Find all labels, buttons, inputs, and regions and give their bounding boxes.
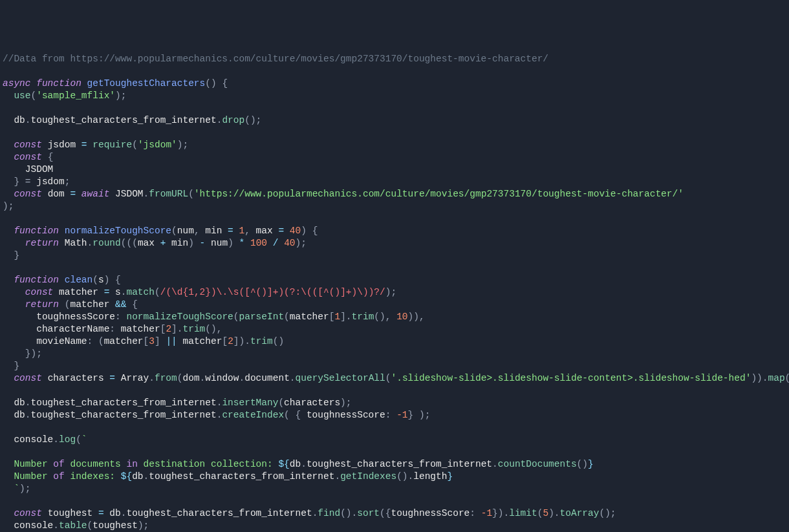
function-decl: clean bbox=[65, 275, 93, 285]
template-open: ` bbox=[81, 434, 87, 445]
keyword: async bbox=[3, 78, 31, 89]
keyword: const bbox=[14, 152, 42, 162]
identifier: s bbox=[115, 287, 121, 297]
function-call: use bbox=[14, 90, 30, 101]
identifier: matcher bbox=[183, 336, 222, 346]
keyword: const bbox=[14, 508, 42, 518]
keyword: const bbox=[14, 189, 42, 199]
property: characterName bbox=[36, 324, 109, 334]
keyword: function bbox=[14, 275, 59, 285]
number: 10 bbox=[396, 312, 407, 322]
identifier: Array bbox=[121, 373, 149, 383]
interp-close: } bbox=[447, 471, 453, 482]
keyword: return bbox=[25, 238, 59, 248]
property: toughest_characters_from_internet bbox=[31, 115, 217, 125]
interp-close: } bbox=[588, 459, 594, 469]
property: document bbox=[244, 373, 290, 383]
function-call: parseInt bbox=[239, 312, 284, 322]
keyword: const bbox=[14, 140, 42, 150]
keyword: await bbox=[81, 189, 110, 199]
number: 3 bbox=[149, 336, 155, 346]
interp-open: ${ bbox=[121, 471, 132, 482]
function-decl: normalizeToughScore bbox=[65, 226, 171, 236]
param: max bbox=[256, 226, 273, 236]
method: round bbox=[92, 238, 121, 248]
method: trim bbox=[250, 336, 273, 346]
method: toArray bbox=[560, 508, 600, 518]
string: 'jsdom' bbox=[138, 140, 177, 150]
number: 2 bbox=[228, 336, 233, 346]
identifier: toughest bbox=[48, 508, 93, 518]
identifier: matcher bbox=[290, 312, 329, 322]
property: toughest_characters_from_internet bbox=[149, 471, 334, 482]
function-call: normalizeToughScore bbox=[126, 312, 233, 322]
param: min bbox=[205, 226, 222, 236]
identifier: num bbox=[211, 238, 228, 248]
template-text: destination collection: bbox=[138, 459, 279, 469]
identifier: characters bbox=[48, 373, 104, 383]
property: length bbox=[413, 471, 447, 482]
method: createIndex bbox=[222, 410, 284, 420]
method: drop bbox=[222, 115, 244, 125]
number: 5 bbox=[543, 508, 548, 518]
method: table bbox=[59, 520, 87, 531]
method: find bbox=[318, 508, 340, 518]
keyword: const bbox=[25, 287, 54, 297]
property: toughest_characters_from_internet bbox=[126, 508, 312, 518]
identifier: db bbox=[14, 115, 25, 125]
identifier: jsdom bbox=[48, 140, 76, 150]
number: 40 bbox=[290, 226, 301, 236]
keyword: function bbox=[14, 226, 59, 236]
template-text: documents bbox=[65, 459, 127, 469]
number: -1 bbox=[481, 508, 492, 518]
identifier: dom bbox=[48, 189, 65, 199]
template-close: ` bbox=[3, 484, 19, 494]
property: toughest_characters_from_internet bbox=[31, 398, 217, 408]
property: movieName bbox=[36, 336, 87, 346]
method: querySelectorAll bbox=[296, 373, 385, 383]
identifier: db bbox=[14, 398, 25, 408]
property: toughnessScore bbox=[391, 508, 470, 518]
keyword: function bbox=[36, 78, 81, 89]
identifier: toughest bbox=[92, 520, 138, 531]
identifier: max bbox=[138, 238, 155, 248]
param: s bbox=[98, 275, 104, 285]
method: fromURL bbox=[149, 189, 188, 199]
identifier: characters bbox=[284, 398, 340, 408]
string: 'sample_mflix' bbox=[36, 90, 115, 101]
method: getIndexes bbox=[340, 471, 396, 482]
regex: /(\d{1,2})\.\s([^()]+)(?:\(([^()]+)\))?/ bbox=[160, 287, 385, 297]
property: toughnessScore bbox=[307, 410, 385, 420]
identifier: jsdom bbox=[36, 176, 65, 187]
comment-line: //Data from https://www.popularmechanics… bbox=[3, 54, 548, 64]
function-decl: getToughestCharacters bbox=[87, 78, 206, 89]
identifier: matcher bbox=[104, 336, 144, 346]
identifier: JSDOM bbox=[115, 189, 144, 199]
property: window bbox=[205, 373, 239, 383]
keyword: of bbox=[53, 471, 64, 482]
number: 1 bbox=[239, 226, 245, 236]
template-text: indexes: bbox=[65, 471, 121, 482]
keyword: return bbox=[25, 299, 59, 310]
identifier: console bbox=[14, 434, 53, 445]
property: toughnessScore bbox=[36, 312, 115, 322]
number: 1 bbox=[334, 312, 340, 322]
method: from bbox=[155, 373, 177, 383]
identifier: dom bbox=[182, 373, 199, 383]
method: trim bbox=[352, 312, 374, 322]
interp-open: ${ bbox=[278, 459, 289, 469]
method: countDocuments bbox=[498, 459, 577, 469]
param: num bbox=[177, 226, 194, 236]
identifier: matcher bbox=[70, 299, 109, 310]
method: sort bbox=[357, 508, 380, 518]
identifier: matcher bbox=[59, 287, 98, 297]
identifier: Math bbox=[65, 238, 87, 248]
identifier: min bbox=[171, 238, 188, 248]
code-editor[interactable]: //Data from https://www.popularmechanics… bbox=[3, 53, 786, 532]
property: toughest_characters_from_internet bbox=[307, 459, 492, 469]
number: 2 bbox=[166, 324, 171, 334]
method: limit bbox=[509, 508, 537, 518]
keyword: in bbox=[126, 459, 137, 469]
string: 'https://www.popularmechanics.com/cultur… bbox=[194, 189, 684, 199]
identifier: db bbox=[109, 508, 120, 518]
